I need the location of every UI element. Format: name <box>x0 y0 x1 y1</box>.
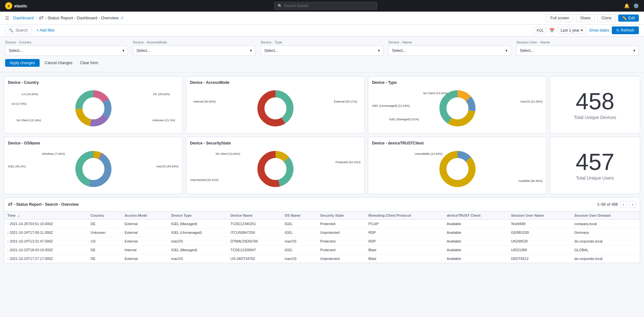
filter-accessmode-placeholder: Select... <box>137 48 150 53</box>
show-dates-button[interactable]: Show dates <box>589 28 609 33</box>
filter-name-group: Device - Name Select... ▾ <box>389 40 511 56</box>
cell-security-state: Unprotected <box>317 254 365 263</box>
search-overview-table: dT - Status Report - Search - Overview 1… <box>4 197 640 263</box>
apply-changes-button[interactable]: Apply changes <box>5 59 40 67</box>
country-label-unknown: Unknown (21.3%) <box>152 119 175 122</box>
table-header: dT - Status Report - Search - Overview 1… <box>4 198 640 212</box>
next-page-button[interactable]: › <box>629 201 636 208</box>
filter-name-select[interactable]: Select... ▾ <box>389 45 511 56</box>
clone-button[interactable]: Clone <box>597 14 616 22</box>
cell-protocol: RDP <box>365 228 443 237</box>
svg-point-5 <box>82 97 104 119</box>
col-country[interactable]: Country <box>87 212 121 220</box>
search-icon: 🔍 <box>278 4 282 8</box>
expand-icon[interactable]: › <box>7 257 8 261</box>
cell-time: ›2021-10-23T18:43:19.000Z <box>4 246 87 254</box>
device-osname-chart: Device - OSName Windows (7.64%) IGEL (45… <box>4 137 183 194</box>
cell-user-name: Test9489 <box>508 220 571 228</box>
cell-device-name: TCDE12328947 <box>227 246 281 254</box>
search-filter-box[interactable]: 🔍 Search <box>5 26 31 34</box>
total-users-label: Total Unique Users <box>576 175 614 181</box>
cell-security-state: Protected <box>317 237 365 246</box>
os-label-windows: Windows (7.64%) <box>42 152 65 155</box>
add-filter-button[interactable]: + Add filter <box>34 27 57 34</box>
filter-country-label: Device - Country <box>5 40 128 44</box>
access-label-internal: Internal (40.83%) <box>194 100 216 103</box>
svg-point-25 <box>447 158 468 180</box>
search-label: Search <box>15 28 28 33</box>
hamburger-icon[interactable]: ☰ <box>5 15 9 21</box>
col-os-name[interactable]: OS Name <box>282 212 317 220</box>
kql-toggle[interactable]: KQL <box>534 27 547 34</box>
col-trust-client[interactable]: deviceTRUST Client <box>444 212 508 220</box>
chevron-down-icon: ▾ <box>378 48 380 53</box>
breadcrumb-home[interactable]: Dashboard <box>13 15 34 20</box>
col-user-name[interactable]: Session User Name <box>508 212 571 220</box>
prev-page-button[interactable]: ‹ <box>620 201 627 208</box>
cell-protocol: PCoIP <box>365 220 443 228</box>
device-type-inner: No Client (13.54%) IGEL (Unmanaged) (14.… <box>372 87 543 129</box>
device-trust-donut <box>435 146 480 192</box>
type-label-igel-unmanaged: IGEL (Unmanaged) (14.19%) <box>372 104 410 107</box>
elastic-logo: e elastic <box>5 2 27 9</box>
fullscreen-button[interactable]: Full screen <box>546 14 573 22</box>
cell-security-state: Unprotected <box>317 228 365 237</box>
filter-accessmode-select[interactable]: Select... ▾ <box>133 45 256 56</box>
cell-trust-client: Available <box>444 220 508 228</box>
type-label-igel-managed: IGEL (Managed) (31%) <box>389 118 419 121</box>
filter-right: KQL 📅 Last 1 year ▾ Show dates ↻ Refresh <box>534 26 639 34</box>
expand-icon[interactable]: › <box>7 222 8 226</box>
col-user-domain[interactable]: Session User Domain <box>571 212 640 220</box>
refresh-button[interactable]: ↻ Refresh <box>612 26 639 34</box>
filter-country-select[interactable]: Select... ▾ <box>5 45 128 56</box>
col-device-name[interactable]: Device Name <box>227 212 281 220</box>
filter-accessmode-group: Device - AccessMode Select... ▾ <box>133 40 256 56</box>
expand-icon[interactable]: › <box>7 240 8 243</box>
device-accessmode-donut <box>253 86 298 131</box>
cell-user-name: GERB1030 <box>508 228 571 237</box>
cell-time: ›2021-10-25T03:51:10.000Z <box>4 220 87 228</box>
time-range-picker[interactable]: Last 1 year ▾ <box>557 27 586 34</box>
device-security-donut <box>253 146 298 192</box>
device-trust-title: Device - deviceTRUSTClient <box>372 141 543 145</box>
cancel-changes-button[interactable]: Cancel changes <box>42 59 75 67</box>
total-devices-card: 458 Total Unique Devices <box>550 76 640 134</box>
filter-session-select[interactable]: Select... ▾ <box>516 45 639 56</box>
topbar-right: 🔔 ⚙️ <box>624 3 639 8</box>
col-access-mode[interactable]: Access Mode <box>121 212 168 220</box>
filter-search-icon: 🔍 <box>9 28 14 33</box>
cell-device-type: IGEL (Managed) <box>168 220 227 228</box>
settings-icon[interactable]: ⚙️ <box>633 3 639 8</box>
breadcrumb-checkmark[interactable]: ✓ <box>120 15 124 20</box>
col-device-type[interactable]: Device Type <box>168 212 227 220</box>
table-title: dT - Status Report - Search - Overview <box>8 202 79 207</box>
cell-device-type: macOS <box>168 237 227 246</box>
pagination-info: 1–50 of 458 <box>597 202 618 207</box>
cell-country: DE <box>87 220 121 228</box>
notifications-icon[interactable]: 🔔 <box>624 3 630 8</box>
time-range-label: Last 1 year <box>561 28 580 33</box>
cell-time: ›2021-10-23T17:27:17.000Z <box>4 254 87 263</box>
total-devices-number: 458 <box>576 90 614 113</box>
global-search-input[interactable] <box>284 4 374 8</box>
device-security-inner: No Client (13.54%) Unprotected (32.31%) … <box>190 148 360 190</box>
filter-session-label: Session User - Name <box>516 40 639 44</box>
col-protocol[interactable]: Remoting Client Protocol <box>365 212 443 220</box>
cell-device-type: IGEL (Managed) <box>168 246 227 254</box>
edit-button[interactable]: ✏️ Edit <box>618 15 639 22</box>
col-time[interactable]: Time ▲ <box>4 212 87 220</box>
cell-os-name: macOS <box>282 254 317 263</box>
cell-user-domain: Germany <box>571 228 640 237</box>
filter-type-select[interactable]: Select... ▾ <box>261 45 383 56</box>
expand-icon[interactable]: › <box>7 231 8 234</box>
topbar-search-bar[interactable]: 🔍 <box>274 2 377 10</box>
expand-icon[interactable]: › <box>7 248 8 252</box>
calendar-icon[interactable]: 📅 <box>549 28 554 33</box>
table-row: ›2021-10-24T13:31:47.000Z US External ma… <box>4 237 640 246</box>
clear-form-button[interactable]: Clear form <box>78 59 101 67</box>
type-label-macos: macOS (41.05%) <box>520 100 543 103</box>
share-button[interactable]: Share <box>576 14 595 22</box>
refresh-icon: ↻ <box>616 28 620 33</box>
cell-device-type: macOS <box>168 254 227 263</box>
col-security-state[interactable]: Security State <box>317 212 365 220</box>
